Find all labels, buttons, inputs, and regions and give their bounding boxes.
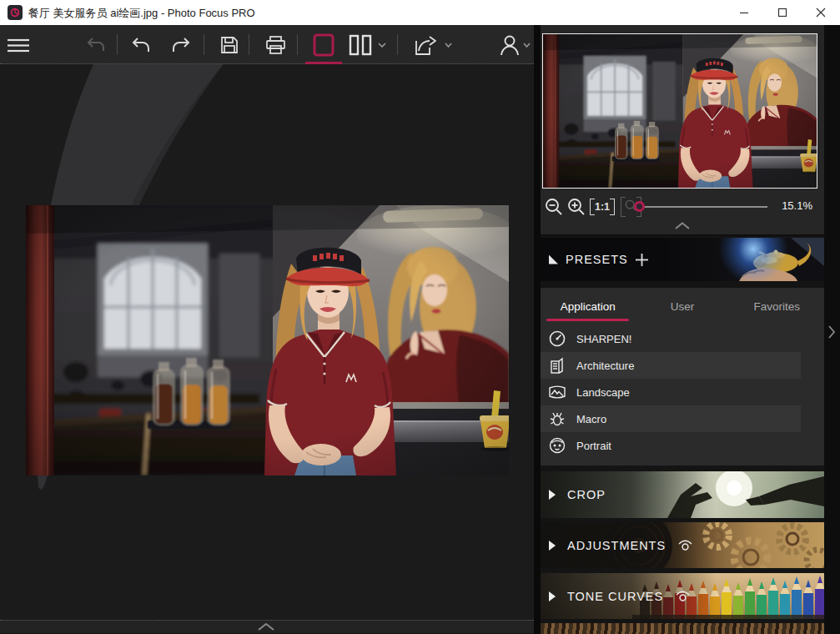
undo-disabled-icon bbox=[83, 33, 108, 58]
preset-item-label: Landscape bbox=[576, 386, 630, 399]
collapse-navigator-chevron-icon[interactable] bbox=[674, 222, 691, 229]
single-view-icon[interactable] bbox=[309, 33, 339, 58]
zoom-percentage: 15.1% bbox=[782, 199, 812, 212]
toolbar-separator bbox=[297, 34, 298, 55]
split-view-icon[interactable] bbox=[346, 33, 375, 58]
preset-item-architecture[interactable]: Architecture bbox=[541, 352, 801, 379]
crop-section-header[interactable]: CROP bbox=[541, 471, 824, 518]
tab-application[interactable]: Application bbox=[541, 288, 635, 325]
user-dropdown-chevron-icon[interactable] bbox=[521, 33, 532, 58]
zoom-slider-handle[interactable] bbox=[634, 201, 645, 212]
menu-icon[interactable] bbox=[6, 33, 31, 58]
minimize-button[interactable] bbox=[725, 0, 763, 25]
main-toolbar bbox=[0, 25, 534, 64]
collapse-panel-chevron-icon[interactable] bbox=[827, 324, 837, 340]
share-dropdown-chevron-icon[interactable] bbox=[442, 33, 454, 58]
toolbar-separator bbox=[249, 34, 249, 55]
presets-tabs: Application User Favorites bbox=[541, 288, 824, 325]
zoom-slider-track[interactable] bbox=[642, 206, 767, 208]
toolbar-separator bbox=[117, 34, 118, 55]
view-dropdown-chevron-icon[interactable] bbox=[375, 33, 389, 58]
user-icon[interactable] bbox=[497, 33, 522, 58]
gauge-icon bbox=[548, 330, 566, 348]
tab-user[interactable]: User bbox=[635, 288, 729, 325]
preset-item-landscape[interactable]: Landscape bbox=[541, 379, 824, 405]
share-icon[interactable] bbox=[411, 33, 441, 58]
tab-favorites[interactable]: Favorites bbox=[730, 288, 824, 325]
tone-curves-label: TONE CURVES bbox=[567, 590, 663, 603]
window-title: 餐厅 美女服务员 ai绘画.jpg - Photo Focus PRO bbox=[28, 6, 255, 21]
add-preset-plus-icon[interactable] bbox=[636, 254, 648, 266]
crop-label: CROP bbox=[567, 488, 606, 501]
right-panel: 1:1 15.1% bbox=[541, 25, 824, 634]
redo-icon[interactable] bbox=[169, 33, 194, 58]
presets-expanded-triangle-icon[interactable] bbox=[549, 255, 558, 264]
app-logo-icon bbox=[8, 5, 23, 20]
toolbar-separator bbox=[204, 34, 204, 55]
undo-icon[interactable] bbox=[128, 33, 153, 58]
actual-size-button[interactable]: 1:1 bbox=[588, 196, 616, 218]
close-button[interactable] bbox=[802, 0, 840, 25]
expand-filmstrip-chevron-icon[interactable] bbox=[257, 622, 275, 631]
zoom-out-icon[interactable] bbox=[543, 196, 565, 218]
crop-collapsed-triangle-icon[interactable] bbox=[549, 490, 556, 500]
adjustments-label: ADJUSTMENTS bbox=[567, 539, 666, 552]
adjustments-collapsed-triangle-icon[interactable] bbox=[549, 541, 556, 551]
open-photo-image[interactable] bbox=[26, 205, 509, 476]
face-icon bbox=[548, 436, 566, 455]
panel-divider bbox=[534, 25, 541, 634]
preset-item-portrait[interactable]: Portrait bbox=[541, 432, 824, 459]
adjustments-visibility-eye-icon[interactable] bbox=[677, 539, 693, 551]
photo-canvas[interactable] bbox=[0, 64, 534, 633]
filmstrip-collapsed-bar[interactable] bbox=[0, 620, 534, 633]
preset-item-label: SHARPEN! bbox=[576, 333, 631, 345]
panel-collapse-strip bbox=[824, 25, 840, 634]
navigator-panel: 1:1 15.1% bbox=[541, 25, 824, 236]
presets-title: PRESETS bbox=[566, 253, 628, 266]
one-to-one-label: 1:1 bbox=[590, 199, 615, 215]
bug-icon bbox=[548, 410, 566, 428]
tab-favorites-label: Favorites bbox=[754, 300, 801, 313]
preset-item-sharpen[interactable]: SHARPEN! bbox=[541, 325, 824, 352]
save-icon[interactable] bbox=[217, 33, 242, 58]
presets-section-header[interactable]: PRESETS bbox=[541, 238, 824, 281]
print-icon[interactable] bbox=[263, 33, 288, 58]
panorama-icon bbox=[548, 383, 566, 401]
building-icon bbox=[548, 356, 566, 375]
preset-item-label: Architecture bbox=[576, 360, 634, 372]
editor-area bbox=[0, 25, 534, 634]
tab-application-label: Application bbox=[561, 300, 616, 313]
tone-curves-visibility-eye-icon[interactable] bbox=[675, 590, 691, 602]
navigator-controls: 1:1 15.1% bbox=[541, 194, 824, 221]
tab-user-label: User bbox=[671, 300, 695, 313]
app-window: 餐厅 美女服务员 ai绘画.jpg - Photo Focus PRO bbox=[0, 0, 840, 634]
toolbar-separator bbox=[397, 34, 398, 55]
preset-item-label: Portrait bbox=[576, 440, 611, 452]
preset-item-label: Macro bbox=[576, 413, 606, 425]
adjustments-section-header[interactable]: ADJUSTMENTS bbox=[541, 522, 824, 568]
active-tab-underline bbox=[546, 319, 629, 321]
tone-curves-collapsed-triangle-icon[interactable] bbox=[549, 591, 556, 601]
presets-list-panel: Application User Favorites SHARPEN! bbox=[541, 288, 824, 465]
next-section-partial-banner[interactable] bbox=[541, 623, 824, 634]
titlebar: 餐厅 美女服务员 ai绘画.jpg - Photo Focus PRO bbox=[0, 0, 840, 25]
navigator-preview[interactable] bbox=[542, 33, 817, 189]
preset-item-macro[interactable]: Macro bbox=[541, 405, 801, 432]
tone-curves-section-header[interactable]: TONE CURVES bbox=[541, 573, 824, 619]
maximize-button[interactable] bbox=[763, 0, 802, 25]
zoom-in-icon[interactable] bbox=[566, 196, 587, 218]
